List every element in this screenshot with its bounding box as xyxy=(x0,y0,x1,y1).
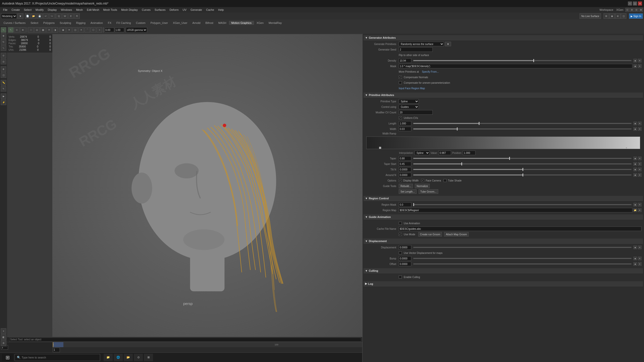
numeric-input-2[interactable] xyxy=(115,28,124,32)
viewport[interactable]: RRCG 人人素材 RRCG 人人素材 xyxy=(52,34,362,342)
tube-groom-btn[interactable]: Tube Groom... xyxy=(419,189,438,194)
scale-icon[interactable]: R xyxy=(74,13,80,19)
shelf-tab-sculpting[interactable]: Sculpting xyxy=(57,21,73,25)
region-map-expr-btn[interactable]: ≡ xyxy=(638,208,641,212)
measure-icon[interactable]: 📏 xyxy=(1,80,6,85)
menu-display[interactable]: Display xyxy=(46,8,59,12)
length-slider[interactable] xyxy=(413,123,631,124)
taper-input[interactable]: 0.88 xyxy=(399,156,411,161)
shadow-icon[interactable]: ◑ xyxy=(52,27,58,33)
signin-btn[interactable]: ▶ Sign In xyxy=(629,13,643,19)
attach-map-groom-btn[interactable]: Attach Map Groom xyxy=(444,232,469,237)
rotate-tool-icon[interactable]: ↻ xyxy=(1,39,6,45)
menu-modify[interactable]: Modify xyxy=(33,8,46,12)
region-mask-input[interactable]: 0.0 xyxy=(399,202,411,207)
uniform-cvs-checkbox[interactable]: ✓ xyxy=(399,116,402,119)
minimize-button[interactable]: − xyxy=(628,2,632,6)
light2-icon[interactable]: ✶ xyxy=(78,27,84,33)
offset-input[interactable]: 0.0000 xyxy=(399,262,411,266)
tilt-anim-btn[interactable]: ◈ xyxy=(633,168,637,171)
channel-box-icon[interactable]: ≡ xyxy=(1,328,6,334)
no-live-surface-btn[interactable]: No Live Surface xyxy=(580,13,601,19)
snap-point-icon[interactable]: ⊕ xyxy=(615,13,621,19)
use-vector-checkbox[interactable] xyxy=(399,251,402,254)
shelf-tab-mash[interactable]: MASH xyxy=(216,21,229,25)
displacement-anim-btn[interactable]: ◈ xyxy=(633,246,637,249)
shelf-tab-fx-caching[interactable]: FX Caching xyxy=(114,21,133,25)
move-icon[interactable]: W xyxy=(62,13,68,19)
menu-mesh-display[interactable]: Mesh Display xyxy=(119,8,140,12)
shelf-tab-fx[interactable]: FX xyxy=(105,21,114,25)
displacement-expr-btn[interactable]: ≡ xyxy=(638,246,641,249)
snap-view-icon[interactable]: ◫ xyxy=(621,13,626,19)
tube-shade-checkbox[interactable] xyxy=(444,179,447,182)
density-expr-btn[interactable]: ≡ xyxy=(638,59,641,62)
density-slider[interactable] xyxy=(413,60,631,61)
input-face-link[interactable]: Input Face Region Map xyxy=(399,87,425,90)
displacement-input[interactable]: 0.0000 xyxy=(399,245,411,250)
region-control-header[interactable]: ▼ Region Control xyxy=(364,196,643,201)
use-animation-checkbox[interactable] xyxy=(399,222,402,225)
use-mode-checkbox[interactable]: ✓ xyxy=(399,233,402,236)
shelf-tab-bifrost[interactable]: Bifrost xyxy=(203,21,216,25)
ramp-cp-2[interactable] xyxy=(625,147,627,149)
generate-primitives-btn[interactable]: ▼ xyxy=(445,42,451,46)
menu-deform[interactable]: Deform xyxy=(168,8,181,12)
show-manip-icon[interactable]: ◎ xyxy=(1,59,6,64)
log-header[interactable]: ▶ Log xyxy=(364,281,643,286)
maximize-button[interactable]: □ xyxy=(633,2,637,6)
displacement-header[interactable]: ▼ Displacement xyxy=(364,239,643,244)
menu-uv[interactable]: UV xyxy=(181,8,188,12)
snap-curve-icon[interactable]: ◉ xyxy=(609,13,615,19)
toolbar-icon-3[interactable]: ⊟ xyxy=(634,8,638,12)
mask-input[interactable]: 1.0 * map('$DESC/density') xyxy=(399,64,632,68)
select-icon[interactable]: ↖ xyxy=(1,27,6,33)
search-bar[interactable]: 🔍 Type here to search xyxy=(15,354,100,361)
isolate-icon[interactable]: ◉ xyxy=(60,27,66,33)
width-ramp-display[interactable] xyxy=(366,137,640,149)
value-input[interactable]: 0.987 xyxy=(438,151,451,155)
primitive-type-select[interactable]: Spline Card xyxy=(399,99,419,104)
density-input[interactable]: 10.94 xyxy=(399,58,411,63)
close-button[interactable]: ✕ xyxy=(638,2,642,6)
snap-icon[interactable]: ⊕ xyxy=(1,66,6,72)
toolbar-icon-4[interactable]: ⊠ xyxy=(639,8,643,12)
snap-grid-icon[interactable]: ⊞ xyxy=(603,13,609,19)
toolbar-icon-2[interactable]: ⊞ xyxy=(630,8,634,12)
compensate-uneven-checkbox[interactable] xyxy=(399,81,402,84)
tilt-input[interactable]: 0.0000 xyxy=(399,167,411,172)
shelf-tab-select[interactable]: Select xyxy=(28,21,41,25)
position-input[interactable]: 1.000 xyxy=(463,151,475,155)
culling-header[interactable]: ▼ Culling xyxy=(364,268,643,273)
taskbar-folder[interactable]: 📂 xyxy=(124,354,133,361)
menu-curves[interactable]: Curves xyxy=(140,8,153,12)
light-icon[interactable]: ☀ xyxy=(46,27,52,33)
around-anim-btn[interactable]: ◈ xyxy=(633,173,637,177)
annotation-icon[interactable]: ✎ xyxy=(1,86,6,92)
region-mask-anim-btn[interactable]: ◈ xyxy=(633,203,637,206)
shelf-tab-custom[interactable]: Custom xyxy=(133,21,148,25)
start-button[interactable]: ⊞ xyxy=(2,354,13,361)
set-length-btn[interactable]: Set Length... xyxy=(399,189,417,194)
shelf-tab-polygon-user[interactable]: Polygon_User xyxy=(148,21,170,25)
paint-select-icon[interactable]: ⊕ xyxy=(20,27,26,33)
shelf-tab-motion-graphics[interactable]: Motion Graphics xyxy=(229,21,254,25)
menu-cache[interactable]: Cache xyxy=(204,8,216,12)
region-mask-slider[interactable] xyxy=(413,204,631,205)
quick-render-icon[interactable]: ⚡ xyxy=(1,100,6,105)
new-scene-icon[interactable]: 📄 xyxy=(25,13,30,19)
shelf-tab-animation[interactable]: Animation xyxy=(88,21,105,25)
shelf-tab-xgen[interactable]: XGen xyxy=(254,21,266,25)
save-scene-icon[interactable]: 💾 xyxy=(37,13,43,19)
menu-windows[interactable]: Windows xyxy=(59,8,74,12)
open-scene-icon[interactable]: 📂 xyxy=(31,13,36,19)
poly-icon[interactable]: ⬡ xyxy=(91,27,96,33)
mel-input[interactable] xyxy=(9,338,361,342)
scale-tool-icon[interactable]: ⤡ xyxy=(1,45,6,51)
attr-editor-icon[interactable]: ◧ xyxy=(1,334,6,340)
select-tool-icon[interactable]: ↖ xyxy=(8,27,14,33)
bump-expr-btn[interactable]: ≡ xyxy=(638,257,641,260)
tilt-slider[interactable] xyxy=(413,169,631,170)
shelf-tab-curves[interactable]: Curves / Surfaces xyxy=(1,21,28,25)
offset-slider[interactable] xyxy=(413,263,631,264)
